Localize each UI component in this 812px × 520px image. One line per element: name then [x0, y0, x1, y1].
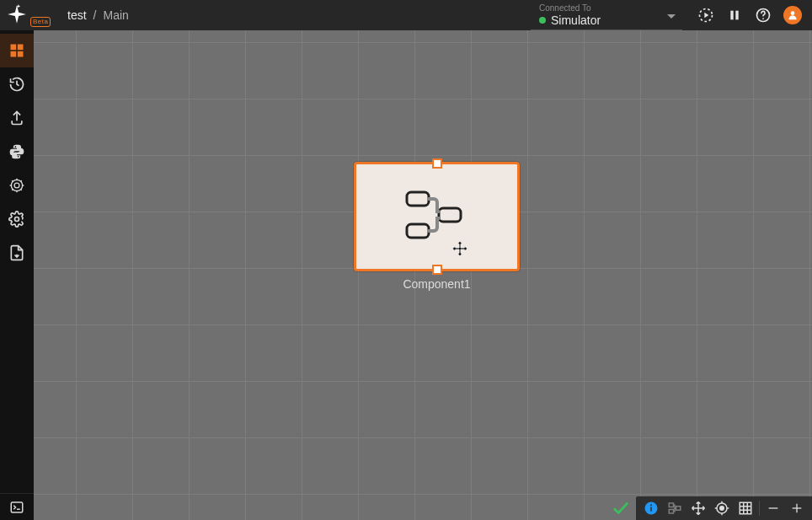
app-header: Beta test / Main Connected To Simulator: [0, 0, 812, 30]
sparkle-icon: [6, 4, 28, 26]
svg-rect-15: [407, 192, 429, 206]
canvas-status-bar: [606, 496, 812, 520]
breadcrumb-separator: /: [93, 8, 97, 22]
svg-rect-14: [11, 502, 23, 512]
beta-badge: Beta: [30, 17, 51, 27]
svg-rect-17: [439, 208, 461, 222]
connection-selector[interactable]: Connected To Simulator: [531, 0, 682, 30]
svg-rect-23: [669, 510, 673, 514]
component-node[interactable]: [354, 162, 520, 271]
connection-target: Simulator: [539, 13, 659, 27]
info-icon[interactable]: [639, 498, 663, 518]
svg-rect-10: [18, 51, 24, 57]
node-port-top[interactable]: [432, 158, 442, 169]
svg-point-12: [14, 183, 19, 188]
status-dot-icon: [539, 17, 546, 24]
pan-icon[interactable]: [686, 498, 710, 518]
svg-rect-22: [669, 503, 673, 507]
svg-rect-2: [730, 11, 733, 20]
component-node-label: Component1: [354, 277, 520, 291]
center-icon[interactable]: [710, 498, 734, 518]
layout-icon[interactable]: [663, 498, 686, 518]
header-actions: [682, 6, 812, 24]
connection-target-text: Simulator: [551, 13, 601, 27]
deploy-icon[interactable]: [697, 7, 714, 24]
pause-icon[interactable]: [726, 7, 743, 24]
sidebar-rust-icon[interactable]: [0, 169, 34, 202]
svg-rect-9: [11, 51, 17, 57]
left-sidebar: [0, 30, 34, 520]
sidebar-file-icon[interactable]: [0, 236, 34, 270]
svg-rect-16: [407, 224, 429, 238]
sidebar-components-icon[interactable]: [0, 34, 34, 67]
breadcrumb: test / Main: [67, 8, 129, 22]
breadcrumb-project[interactable]: test: [67, 8, 87, 22]
breadcrumb-page[interactable]: Main: [103, 8, 128, 22]
sidebar-terminal-icon[interactable]: [0, 493, 34, 520]
svg-rect-8: [18, 45, 24, 51]
zoom-in-icon[interactable]: [785, 498, 809, 518]
svg-rect-7: [11, 45, 17, 51]
svg-rect-3: [735, 11, 738, 20]
sidebar-settings-icon[interactable]: [0, 202, 34, 236]
canvas[interactable]: Component1: [34, 30, 812, 520]
svg-point-13: [15, 217, 19, 222]
svg-point-6: [791, 11, 795, 15]
svg-point-25: [720, 507, 724, 511]
sidebar-python-icon[interactable]: [0, 135, 34, 169]
user-avatar[interactable]: [783, 6, 802, 24]
validation-ok-icon[interactable]: [606, 496, 636, 520]
svg-rect-27: [740, 502, 751, 514]
svg-point-21: [650, 504, 652, 506]
grid-icon[interactable]: [734, 498, 757, 518]
sidebar-upload-icon[interactable]: [0, 101, 34, 135]
help-icon[interactable]: [755, 7, 772, 24]
sidebar-history-icon[interactable]: [0, 67, 34, 101]
svg-marker-1: [704, 13, 708, 19]
connection-sublabel: Connected To: [539, 3, 659, 13]
zoom-out-icon[interactable]: [761, 498, 785, 518]
component-glyph-icon: [403, 187, 471, 246]
svg-point-5: [762, 18, 764, 19]
svg-rect-24: [676, 507, 681, 511]
node-port-bottom[interactable]: [432, 265, 442, 275]
chevron-down-icon: [667, 8, 676, 22]
app-logo[interactable]: Beta: [0, 0, 34, 30]
canvas-toolbar: [636, 496, 812, 520]
svg-rect-20: [650, 507, 652, 512]
